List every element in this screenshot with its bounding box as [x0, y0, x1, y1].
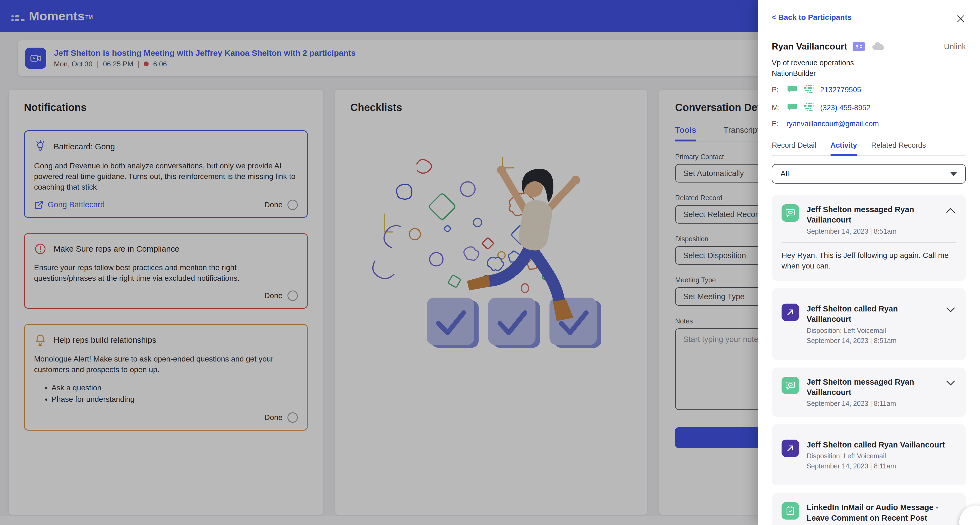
activity-card[interactable]: Jeff Shelton called Ryan VaillancourtDis… — [772, 424, 966, 485]
activity-timestamp: September 14, 2023 | 8:11am — [807, 462, 951, 470]
activity-disposition: Disposition: Left Voicemail — [807, 327, 940, 335]
activity-main: Jeff Shelton called Ryan VaillancourtDis… — [807, 304, 940, 345]
notification-card-header: Battlecard: Gong — [34, 140, 298, 154]
mobile-row: M: (323) 459-8952 — [772, 102, 966, 114]
app-title: MomentsTM — [29, 9, 93, 24]
activity-title: Jeff Shelton messaged Ryan Vaillancourt — [807, 204, 940, 225]
app-logo: MomentsTM — [11, 9, 93, 24]
notification-bullet: Ask a question — [51, 384, 298, 392]
phone-row: P: 2132779505 — [772, 84, 966, 96]
activity-message-body: Hey Ryan. This is Jeff following up agai… — [781, 250, 956, 272]
app-window: MomentsTM Jeff Shelton is hosting Meetin… — [0, 0, 980, 525]
activity-filter-value: All — [780, 170, 789, 178]
done-control: Done — [264, 200, 298, 210]
activity-card[interactable]: LinkedIn InMail or Audio Message - Leave… — [772, 493, 966, 525]
tab-record-detail[interactable]: Record Detail — [772, 141, 816, 156]
activity-main: Jeff Shelton messaged Ryan VaillancourtS… — [807, 377, 940, 408]
phone-number-link[interactable]: 2132779505 — [820, 86, 861, 94]
contact-name: Ryan Vaillancourt — [772, 41, 847, 52]
activity-card[interactable]: Jeff Shelton messaged Ryan VaillancourtS… — [772, 368, 966, 417]
done-radio[interactable] — [288, 290, 298, 301]
notification-title: Make Sure reps are in Compliance — [54, 244, 180, 254]
contact-company: NationBuilder — [772, 69, 966, 78]
battlecard-link[interactable]: Gong Battlecard — [34, 200, 105, 210]
activity-filter-select[interactable]: All — [772, 164, 966, 184]
meeting-date: Mon, Oct 30 — [54, 60, 92, 68]
tab-related-records[interactable]: Related Records — [871, 141, 926, 156]
activity-title: LinkedIn InMail or Audio Message - Leave… — [807, 502, 951, 523]
battlecard-link-label: Gong Battlecard — [48, 200, 105, 209]
outbound-call-icon — [781, 439, 799, 457]
message-icon — [781, 204, 799, 222]
activity-timestamp: September 14, 2023 | 8:11am — [807, 400, 940, 408]
notifications-heading: Notifications — [24, 102, 308, 113]
tab-activity[interactable]: Activity — [830, 141, 857, 156]
notification-card-compliance[interactable]: Make Sure reps are in ComplianceEnsure y… — [24, 233, 308, 309]
lightbulb-icon — [34, 140, 46, 154]
outbound-call-icon — [781, 304, 799, 321]
horizontal-scroll-track[interactable] — [0, 516, 759, 525]
activity-main: LinkedIn InMail or Audio Message - Leave… — [807, 502, 951, 525]
drawer-tabs: Record DetailActivityRelated Records — [772, 141, 966, 156]
tab-tools[interactable]: Tools — [675, 125, 696, 141]
notification-bullets: Ask a questionPhase for understanding — [51, 381, 298, 404]
meeting-title-link[interactable]: Jeff Shelton is hosting Meeting with Jef… — [54, 48, 356, 58]
meeting-time: 06:25 PM — [103, 60, 133, 68]
chevron-down-icon[interactable] — [945, 379, 956, 387]
email-link[interactable]: ryanvaillancourt@gmail.com — [786, 120, 879, 128]
activity-main: Jeff Shelton called Ryan VaillancourtDis… — [807, 439, 951, 470]
notification-card-relationship[interactable]: Help reps build relationshipsMonologue A… — [24, 324, 308, 431]
sms-icon[interactable] — [786, 85, 797, 95]
back-to-participants-link[interactable]: < Back to Participants — [772, 13, 851, 22]
activity-title: Jeff Shelton called Ryan Vaillancourt — [807, 304, 940, 325]
email-row: E: ryanvaillancourt@gmail.com — [772, 120, 966, 128]
chevron-down-icon — [950, 172, 957, 176]
notification-card-header: Make Sure reps are in Compliance — [34, 243, 298, 255]
done-control: Done — [264, 412, 298, 423]
voicemail-drop-icon[interactable] — [803, 84, 815, 96]
notification-body: Ensure your reps follow best practices a… — [34, 262, 298, 284]
notification-footer: Gong BattlecardDone — [34, 193, 298, 210]
voicemail-drop-icon[interactable] — [803, 102, 815, 114]
done-radio[interactable] — [288, 200, 298, 210]
meeting-info: Jeff Shelton is hosting Meeting with Jef… — [54, 48, 356, 68]
phone-label: P: — [772, 86, 781, 94]
checklists-heading: Checklists — [350, 102, 632, 113]
tab-transcripts[interactable]: Transcripts — [724, 125, 764, 141]
activity-card[interactable]: Jeff Shelton called Ryan VaillancourtDis… — [772, 288, 966, 360]
email-label: E: — [772, 120, 781, 128]
done-label: Done — [264, 413, 283, 422]
done-radio[interactable] — [288, 412, 298, 423]
activity-header: Jeff Shelton messaged Ryan VaillancourtS… — [781, 377, 956, 408]
select-value: Set Automatically — [683, 169, 744, 178]
moments-logo-icon — [11, 13, 25, 24]
select-value: Select Related Record — [683, 210, 762, 219]
meeting-duration: 6:06 — [153, 60, 167, 68]
notification-title: Help reps build relationships — [54, 335, 156, 345]
notification-bullet: Phase for understanding — [51, 395, 298, 404]
sms-icon[interactable] — [786, 103, 797, 113]
notification-title: Battlecard: Gong — [54, 142, 115, 151]
notifications-list: Battlecard: GongGong and Revenue.io both… — [24, 113, 308, 431]
activity-divider — [781, 243, 956, 243]
unlink-button[interactable]: Unlink — [944, 42, 966, 51]
activity-card[interactable]: Jeff Shelton messaged Ryan VaillancourtS… — [772, 195, 966, 281]
activity-header: Jeff Shelton called Ryan VaillancourtDis… — [781, 304, 956, 345]
activity-timestamp: September 14, 2023 | 8:51am — [807, 227, 940, 235]
notifications-panel: Notifications Battlecard: GongGong and R… — [9, 90, 323, 515]
activity-main: Jeff Shelton messaged Ryan VaillancourtS… — [807, 204, 940, 235]
checklists-illustration — [357, 130, 637, 365]
done-control: Done — [264, 290, 298, 301]
chevron-down-icon[interactable] — [945, 306, 956, 313]
mobile-number-link[interactable]: (323) 459-8952 — [820, 104, 870, 112]
external-link-icon — [34, 200, 44, 210]
recording-dot-icon — [144, 62, 149, 67]
select-value: Set Meeting Type — [683, 292, 745, 301]
close-icon[interactable] — [956, 14, 966, 24]
activity-header: Jeff Shelton messaged Ryan VaillancourtS… — [781, 204, 956, 235]
contact-job-title: Vp of revenue operations — [772, 59, 966, 67]
chevron-up-icon[interactable] — [945, 207, 956, 214]
meeting-meta: Mon, Oct 30 | 06:25 PM | 6:06 — [54, 60, 356, 68]
notification-card-battlecard[interactable]: Battlecard: GongGong and Revenue.io both… — [24, 130, 308, 218]
activity-header: Jeff Shelton called Ryan VaillancourtDis… — [781, 439, 956, 470]
